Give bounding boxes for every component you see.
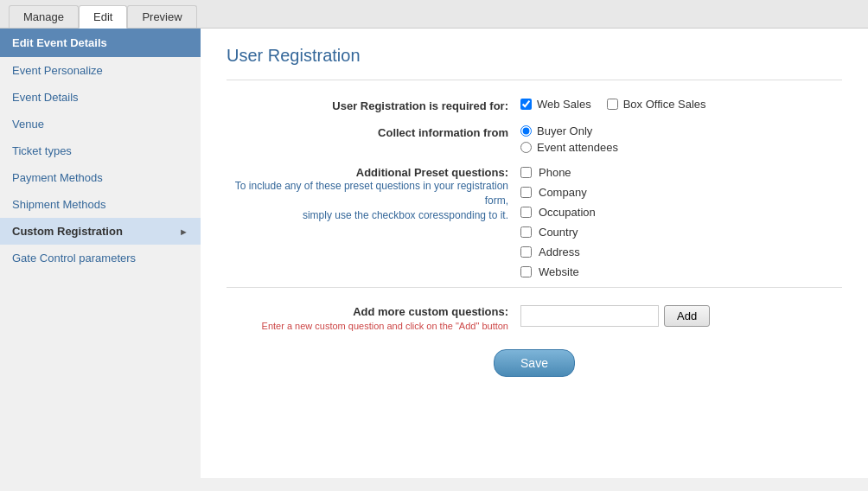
add-button[interactable]: Add bbox=[664, 305, 710, 327]
sidebar-item-event-details[interactable]: Event Details bbox=[0, 84, 201, 111]
preset-questions-label: Additional Preset questions: bbox=[227, 166, 520, 179]
sidebar-item-payment-methods[interactable]: Payment Methods bbox=[0, 164, 201, 191]
divider-top bbox=[227, 80, 842, 80]
registration-required-row: User Registration is required for: Web S… bbox=[227, 98, 842, 112]
tab-manage[interactable]: Manage bbox=[9, 5, 79, 28]
main-layout: Edit Event Details Event Personalize Eve… bbox=[0, 29, 868, 478]
buyer-only-option[interactable]: Buyer Only bbox=[520, 124, 618, 137]
add-custom-section: Add more custom questions: Enter a new c… bbox=[227, 305, 842, 332]
top-tabs: Manage Edit Preview bbox=[0, 0, 868, 29]
sidebar-item-ticket-types[interactable]: Ticket types bbox=[0, 137, 201, 164]
divider-bottom bbox=[227, 287, 842, 288]
collect-info-row: Collect information from Buyer Only Even… bbox=[227, 124, 842, 154]
buyer-only-radio[interactable] bbox=[520, 125, 532, 137]
box-office-label: Box Office Sales bbox=[623, 98, 706, 111]
add-custom-label-block: Add more custom questions: Enter a new c… bbox=[227, 305, 520, 332]
sidebar-header: Edit Event Details bbox=[0, 29, 201, 57]
save-button[interactable]: Save bbox=[494, 349, 575, 377]
preset-questions-list: Phone Company Occupation Country Address bbox=[520, 166, 596, 278]
registration-required-label: User Registration is required for: bbox=[227, 98, 520, 112]
box-office-option[interactable]: Box Office Sales bbox=[607, 98, 706, 111]
sidebar-item-event-personalize[interactable]: Event Personalize bbox=[0, 57, 201, 84]
collect-info-controls: Buyer Only Event attendees bbox=[520, 124, 618, 154]
website-label: Website bbox=[539, 265, 579, 278]
phone-checkbox[interactable] bbox=[520, 167, 532, 178]
buyer-only-label: Buyer Only bbox=[537, 124, 592, 137]
web-sales-checkbox[interactable] bbox=[520, 99, 532, 110]
chevron-right-icon: ► bbox=[179, 226, 188, 237]
sidebar: Edit Event Details Event Personalize Eve… bbox=[0, 29, 201, 478]
preset-questions-row: Additional Preset questions: To include … bbox=[227, 166, 842, 278]
phone-label: Phone bbox=[539, 166, 571, 179]
web-sales-option[interactable]: Web Sales bbox=[520, 98, 591, 111]
occupation-label: Occupation bbox=[539, 206, 596, 219]
preset-phone[interactable]: Phone bbox=[520, 166, 596, 179]
address-checkbox[interactable] bbox=[520, 246, 532, 258]
sidebar-item-gate-control[interactable]: Gate Control parameters bbox=[0, 245, 201, 271]
sidebar-item-venue[interactable]: Venue bbox=[0, 111, 201, 137]
country-checkbox[interactable] bbox=[520, 226, 532, 238]
website-checkbox[interactable] bbox=[520, 266, 532, 277]
preset-country[interactable]: Country bbox=[520, 226, 596, 239]
preset-occupation[interactable]: Occupation bbox=[520, 206, 596, 219]
tab-edit[interactable]: Edit bbox=[79, 5, 127, 29]
company-checkbox[interactable] bbox=[520, 187, 532, 198]
sidebar-item-custom-registration[interactable]: Custom Registration ► bbox=[0, 218, 201, 245]
occupation-checkbox[interactable] bbox=[520, 207, 532, 218]
page-title: User Registration bbox=[227, 46, 842, 66]
event-attendees-label: Event attendees bbox=[537, 141, 618, 154]
content-area: User Registration User Registration is r… bbox=[201, 29, 868, 478]
preset-description: To include any of these preset questions… bbox=[227, 179, 520, 222]
box-office-checkbox[interactable] bbox=[607, 99, 618, 110]
add-custom-label: Add more custom questions: bbox=[227, 305, 508, 318]
event-attendees-radio[interactable] bbox=[520, 142, 532, 153]
preset-website[interactable]: Website bbox=[520, 265, 596, 278]
add-custom-desc: Enter a new custom question and click on… bbox=[227, 320, 508, 332]
preset-company[interactable]: Company bbox=[520, 186, 596, 199]
preset-address[interactable]: Address bbox=[520, 246, 596, 258]
collect-info-label: Collect information from bbox=[227, 124, 520, 139]
save-row: Save bbox=[227, 349, 842, 377]
address-label: Address bbox=[539, 246, 580, 258]
registration-required-controls: Web Sales Box Office Sales bbox=[520, 98, 706, 111]
web-sales-label: Web Sales bbox=[537, 98, 591, 111]
company-label: Company bbox=[539, 186, 587, 199]
custom-question-input[interactable] bbox=[520, 305, 659, 327]
sidebar-item-shipment-methods[interactable]: Shipment Methods bbox=[0, 191, 201, 218]
tab-preview[interactable]: Preview bbox=[127, 5, 196, 28]
event-attendees-option[interactable]: Event attendees bbox=[520, 141, 618, 154]
add-controls: Add bbox=[520, 305, 710, 327]
country-label: Country bbox=[539, 226, 578, 239]
